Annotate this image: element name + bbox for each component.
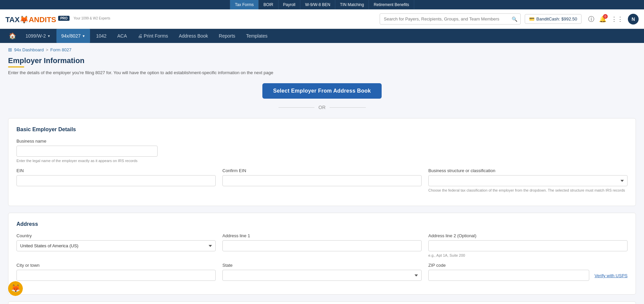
main-navigation: 🏠 1099/W-2 ▼ 94x/8027 ▼ 1042 ACA 🖨 Print… [0,29,644,43]
notifications-button[interactable]: 🔔 0 [599,15,606,23]
address-line2-group: Address line 2 (Optional) e.g., Apt 1A, … [428,233,628,257]
bandit-cash-display[interactable]: 💳 BanditCash: $992.50 [525,14,582,24]
nav-label-aca: ACA [117,33,127,39]
select-employer-button[interactable]: Select Employer From Address Book [262,83,382,99]
nav-aca[interactable]: ACA [113,29,132,43]
address-line1-label: Address line 1 [222,233,422,238]
zip-group: ZIP code Verify with USPS [428,263,628,281]
business-name-group: Business name Enter the legal name of th… [16,139,628,163]
business-name-input[interactable] [16,146,158,157]
dropdown-arrow-icon-94x: ▼ [82,34,85,38]
nav-templates[interactable]: Templates [241,29,272,43]
help-button[interactable]: ⓘ [588,15,594,23]
header: TAX🦊ANDITS PRO Your 1099 & W2 Experts 🔍 … [0,9,644,29]
verify-usps-link[interactable]: Verify with USPS [595,273,628,278]
logo-text: TAX🦊ANDITS PRO [5,14,70,24]
search-bar: 🔍 [380,13,521,24]
confirm-ein-input[interactable] [222,175,422,186]
title-underline [8,66,24,67]
support-avatar-icon: 🦊 [8,281,23,296]
city-label: City or town [16,263,216,268]
business-structure-hint: Choose the federal tax classification of… [428,188,628,192]
breadcrumb-icon: ⊞ [8,47,12,52]
address-section-title: Address [16,221,628,227]
search-input[interactable] [380,13,521,24]
nav-label-1099: 1099/W-2 [26,33,46,39]
state-select[interactable]: Alabama Alaska Arizona California Texas [222,270,422,281]
address-section: Address Country United States of America… [8,213,636,295]
topnav-retirement[interactable]: Retirement Benefits [369,0,414,9]
or-label: OR [318,105,326,110]
bandit-cash-icon: 💳 [529,16,534,21]
address-row-1: Country United States of America (US) Ca… [16,233,628,257]
home-nav-item[interactable]: 🏠 [5,29,19,43]
breadcrumb-parent-link[interactable]: 94x Dashboard [14,47,44,52]
nav-label-94x: 94x/8027 [61,33,81,39]
header-icons: ⓘ 🔔 0 ⋮⋮ N [588,14,639,24]
zip-input[interactable] [428,270,589,281]
address-line1-group: Address line 1 [222,233,422,257]
nav-94x-8027[interactable]: 94x/8027 ▼ [56,29,90,43]
page-content: Employer Information Enter the details o… [0,54,644,304]
or-line-right [330,107,366,108]
country-group: Country United States of America (US) Ca… [16,233,216,257]
basic-employer-section-title: Basic Employer Details [16,126,628,133]
address-row-2: City or town State Alabama Alaska Arizon… [16,263,628,281]
nav-1099-w2[interactable]: 1099/W-2 ▼ [21,29,55,43]
nav-label-print: Print Forms [144,33,168,39]
zip-label: ZIP code [428,263,589,268]
state-label: State [222,263,422,268]
address-line2-label: Address line 2 (Optional) [428,233,628,238]
nav-1042[interactable]: 1042 [91,29,111,43]
breadcrumb-separator: > [46,47,48,52]
topnav-tin[interactable]: TIN Matching [335,0,369,9]
topnav-boir[interactable]: BOIR [259,0,278,9]
country-select[interactable]: United States of America (US) Canada Mex… [16,240,216,251]
signatory-section: Signatory Details Signatory name Title M… [8,301,636,304]
apps-grid-button[interactable]: ⋮⋮ [611,15,623,23]
topnav-w9[interactable]: W-9/W-8 BEN [300,0,335,9]
support-bubble[interactable]: 🦊 [8,281,23,296]
address-line1-input[interactable] [222,240,422,251]
nav-print-forms[interactable]: 🖨 Print Forms [133,29,173,43]
ein-row: EIN Confirm EIN Business structure or cl… [16,168,628,192]
top-navigation: Tax Forms BOIR Payroll W-9/W-8 BEN TIN M… [0,0,644,9]
business-structure-group: Business structure or classification Sol… [428,168,628,192]
country-label: Country [16,233,216,238]
nav-label-1042: 1042 [96,33,106,39]
city-group: City or town [16,263,216,281]
nav-address-book[interactable]: Address Book [174,29,213,43]
address-line2-input[interactable] [428,240,628,251]
breadcrumb-current-page[interactable]: Form 8027 [50,47,72,52]
user-avatar[interactable]: N [628,14,639,24]
ein-label: EIN [16,168,216,173]
or-divider: OR [278,105,366,110]
confirm-ein-label: Confirm EIN [222,168,422,173]
nav-label-address: Address Book [179,33,208,39]
business-name-hint: Enter the legal name of the employer exa… [16,159,628,163]
business-name-row: Business name Enter the legal name of th… [16,139,628,163]
nav-label-templates: Templates [246,33,267,39]
nav-label-reports: Reports [219,33,235,39]
search-icon: 🔍 [512,16,517,22]
topnav-payroll[interactable]: Payroll [278,0,301,9]
breadcrumb: ⊞ 94x Dashboard > Form 8027 [0,43,644,54]
topnav-tax-forms[interactable]: Tax Forms [230,0,259,9]
printer-icon: 🖨 [138,33,142,39]
bandit-cash-value: BanditCash: $992.50 [536,16,577,21]
dropdown-arrow-icon: ▼ [47,34,50,38]
select-employer-area: Select Employer From Address Book OR [8,83,636,110]
ein-input[interactable] [16,175,216,186]
business-structure-select[interactable]: Sole Proprietorship Partnership C Corpor… [428,175,628,186]
logo-emoji: 🦊 [19,15,29,24]
pro-badge: PRO [58,16,70,21]
ein-group: EIN [16,168,216,192]
nav-reports[interactable]: Reports [214,29,240,43]
business-structure-label: Business structure or classification [428,168,628,173]
or-line-left [278,107,315,108]
page-description: Enter the details of the employer you're… [8,70,636,75]
confirm-ein-group: Confirm EIN [222,168,422,192]
logo-brand: ANDITS [29,15,56,24]
state-group: State Alabama Alaska Arizona California … [222,263,422,281]
city-input[interactable] [16,270,216,281]
